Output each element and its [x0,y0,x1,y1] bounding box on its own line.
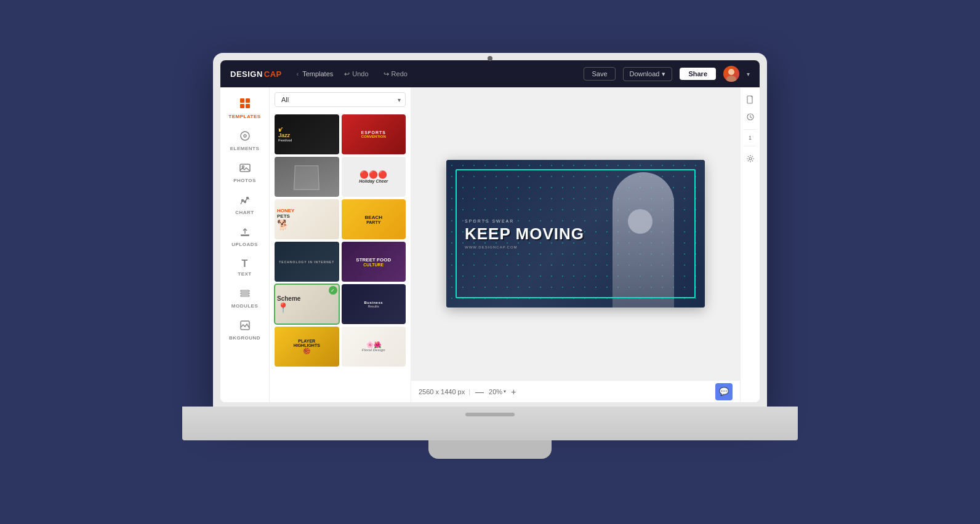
zoom-out-button[interactable]: — [474,387,485,397]
sidebar-item-text[interactable]: T TEXT [220,253,269,282]
template-item-active[interactable]: Scheme 📍 ✓ [275,284,339,324]
svg-point-12 [246,197,248,199]
svg-point-20 [749,157,752,160]
laptop-foot [428,440,552,459]
sidebar-item-bkground[interactable]: BKGROUND [220,315,269,346]
filter-select[interactable]: All Sports Music Food Business Holiday [275,92,406,107]
svg-rect-14 [241,290,249,292]
logo-design-text: DESIGN [230,69,263,79]
template-item[interactable]: STREET FOOD CULTURE [342,242,406,282]
svg-rect-16 [241,295,249,296]
sidebar-text-label: TEXT [238,271,251,277]
sidebar-item-modules[interactable]: MODULES [220,283,269,314]
sidebar: TEMPLATES ELEMENTS [220,87,270,402]
right-tool-file[interactable] [743,92,758,107]
undo-button[interactable]: ↩ Undo [340,68,372,81]
photos-icon [239,162,251,176]
nav-templates-label[interactable]: Templates [302,70,333,77]
save-button[interactable]: Save [584,67,615,81]
chart-icon [239,194,251,208]
svg-rect-15 [241,293,249,294]
template-item[interactable]: 🔴🔴🔴 Holiday Cheer [342,157,406,197]
canvas-main: SPORTS SWEAR KEEP MOVING WWW.DESIGNCAP.C… [411,87,740,380]
template-item[interactable]: Business Results [342,284,406,324]
download-label: Download [630,70,660,77]
app-body: TEMPLATES ELEMENTS [220,87,760,402]
svg-point-1 [726,76,736,82]
right-toolbar: 1 [740,87,760,402]
svg-point-7 [244,135,246,137]
sidebar-item-chart[interactable]: CHART [220,189,269,220]
zoom-percentage: 20% [489,388,502,395]
user-avatar[interactable] [723,66,739,82]
app-header: DESIGN CAP ‹ Templates ↩ Undo ↪ Redo Sav… [220,60,760,87]
templates-grid: 🎷 Jazz Festival ESPORTS CONVENTION [270,112,411,369]
right-toolbar-divider [744,129,757,130]
modules-icon [239,288,251,301]
canvas-text-area: SPORTS SWEAR KEEP MOVING WWW.DESIGNCAP.C… [465,219,584,249]
canvas-subtitle-text: SPORTS SWEAR [465,219,584,223]
elements-icon [239,130,251,144]
svg-point-11 [244,201,246,203]
redo-button[interactable]: ↪ Redo [380,68,411,81]
template-item[interactable]: 🌸🌺 Floral Design [342,327,406,367]
download-button[interactable]: Download ▾ [623,67,673,81]
laptop-base [182,407,798,440]
sidebar-photos-label: PHOTOS [233,178,256,183]
share-button[interactable]: Share [680,68,716,80]
canvas-dimensions: 2560 x 1440 px [419,388,465,395]
svg-point-10 [241,200,243,202]
svg-rect-13 [241,235,249,236]
laptop-camera [488,56,492,61]
canvas-url-text: WWW.DESIGNCAP.COM [465,245,584,249]
sidebar-bkground-label: BKGROUND [229,335,260,341]
back-arrow-icon[interactable]: ‹ [297,71,299,77]
chat-icon: 💬 [719,387,729,396]
uploads-icon [239,226,251,240]
zoom-chevron-icon[interactable]: ▾ [504,389,506,394]
svg-rect-2 [240,98,244,103]
canvas-title-text: KEEP MOVING [465,226,584,242]
sidebar-uploads-label: UPLOADS [231,242,258,247]
header-nav: ‹ Templates [297,70,333,77]
svg-point-6 [241,132,249,140]
template-item[interactable]: TECHNOLOGY IN INTERNET [275,242,339,282]
template-item[interactable]: 🎷 Jazz Festival [275,114,339,154]
bkground-icon [239,320,251,333]
sidebar-item-elements[interactable]: ELEMENTS [220,125,269,156]
page-number: 1 [749,135,752,141]
redo-icon: ↪ [384,70,389,78]
undo-label: Undo [352,70,368,77]
templates-panel: All Sports Music Food Business Holiday [270,87,411,402]
template-item[interactable]: HONEY PETS 🐕 [275,199,339,239]
sidebar-item-templates[interactable]: TEMPLATES [220,92,269,124]
right-tool-history[interactable] [743,109,758,124]
zoom-in-button[interactable]: + [510,387,517,397]
user-menu-chevron[interactable]: ▾ [747,71,750,77]
app-logo: DESIGN CAP [230,69,282,79]
zoom-separator: | [468,388,470,395]
sidebar-templates-label: TEMPLATES [228,114,260,119]
download-chevron-icon: ▾ [662,70,665,78]
right-tool-settings[interactable] [743,151,758,166]
template-item[interactable]: ESPORTS CONVENTION [342,114,406,154]
svg-point-0 [728,69,734,75]
template-item[interactable]: PLAYER HIGHLIGHTS 🏀 [275,327,339,367]
sidebar-elements-label: ELEMENTS [230,146,260,151]
sidebar-item-photos[interactable]: PHOTOS [220,157,269,188]
canvas-bottom-bar: 2560 x 1440 px | — 20% ▾ + 💬 [411,380,740,402]
text-icon: T [242,258,248,269]
sidebar-item-uploads[interactable]: UPLOADS [220,221,269,252]
templates-filter: All Sports Music Food Business Holiday [270,87,411,112]
chat-button[interactable]: 💬 [715,383,733,400]
undo-icon: ↩ [344,70,350,78]
design-canvas[interactable]: SPORTS SWEAR KEEP MOVING WWW.DESIGNCAP.C… [446,160,705,308]
zoom-info: 2560 x 1440 px | — 20% ▾ + [419,387,517,397]
active-check-icon: ✓ [329,286,337,295]
filter-select-wrapper: All Sports Music Food Business Holiday [275,92,406,107]
zoom-value: 20% ▾ [489,388,506,395]
canvas-area: SPORTS SWEAR KEEP MOVING WWW.DESIGNCAP.C… [411,87,740,402]
svg-rect-5 [246,104,250,108]
template-item[interactable] [275,157,339,197]
template-item[interactable]: BEACH PARTY [342,199,406,239]
